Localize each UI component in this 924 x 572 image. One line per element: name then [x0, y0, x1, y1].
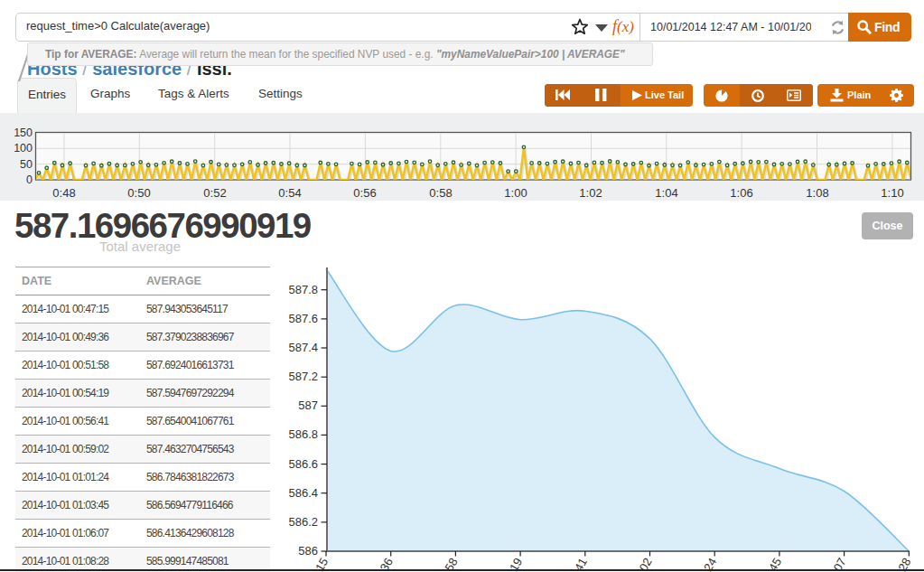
svg-text:587.2: 587.2: [288, 370, 318, 383]
svg-text:586: 586: [298, 544, 318, 558]
svg-text:586.4: 586.4: [288, 486, 318, 500]
svg-text:587.4: 587.4: [288, 341, 318, 354]
svg-text:586.8: 586.8: [288, 427, 318, 441]
svg-text:586.6: 586.6: [288, 457, 318, 471]
svg-text:587: 587: [298, 399, 318, 412]
svg-text:586.2: 586.2: [288, 515, 318, 529]
svg-text:587.6: 587.6: [288, 312, 318, 325]
svg-text:587.8: 587.8: [288, 283, 318, 296]
